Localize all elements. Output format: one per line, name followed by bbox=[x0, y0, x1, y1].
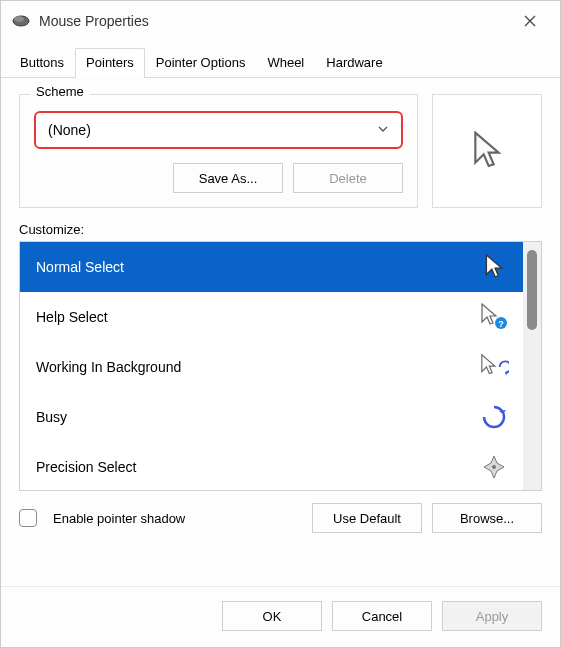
list-item-label: Normal Select bbox=[36, 259, 469, 275]
close-button[interactable] bbox=[508, 6, 552, 36]
use-default-button[interactable]: Use Default bbox=[312, 503, 422, 533]
mouse-icon bbox=[11, 11, 31, 31]
scheme-legend: Scheme bbox=[30, 84, 90, 99]
pointer-listbox[interactable]: Normal Select Help Select ? bbox=[19, 241, 542, 491]
enable-pointer-shadow-checkbox[interactable] bbox=[19, 509, 37, 527]
scheme-combo[interactable]: (None) bbox=[34, 111, 403, 149]
tab-hardware[interactable]: Hardware bbox=[315, 48, 393, 78]
tab-pointers[interactable]: Pointers bbox=[75, 48, 145, 78]
browse-button[interactable]: Browse... bbox=[432, 503, 542, 533]
tab-pointer-options[interactable]: Pointer Options bbox=[145, 48, 257, 78]
tab-buttons[interactable]: Buttons bbox=[9, 48, 75, 78]
pointer-preview bbox=[432, 94, 542, 208]
spinner-cursor-icon bbox=[479, 402, 509, 432]
scrollbar-thumb[interactable] bbox=[527, 250, 537, 330]
arrow-question-cursor-icon: ? bbox=[479, 302, 509, 332]
list-item-label: Working In Background bbox=[36, 359, 469, 375]
cancel-button[interactable]: Cancel bbox=[332, 601, 432, 631]
ok-button[interactable]: OK bbox=[222, 601, 322, 631]
chevron-down-icon bbox=[377, 123, 389, 138]
svg-point-6 bbox=[492, 465, 496, 469]
svg-point-1 bbox=[14, 16, 24, 22]
window-title: Mouse Properties bbox=[39, 13, 508, 29]
list-item[interactable]: Precision Select bbox=[20, 442, 523, 490]
list-item-label: Precision Select bbox=[36, 459, 469, 475]
apply-button[interactable]: Apply bbox=[442, 601, 542, 631]
list-item-label: Busy bbox=[36, 409, 469, 425]
enable-pointer-shadow-label[interactable]: Enable pointer shadow bbox=[53, 511, 302, 526]
list-item[interactable]: Help Select ? bbox=[20, 292, 523, 342]
arrow-cursor-icon bbox=[479, 252, 509, 282]
close-icon bbox=[524, 15, 536, 27]
scheme-group: Scheme (None) Save As... Delete bbox=[19, 94, 418, 208]
listbox-scrollbar[interactable] bbox=[523, 242, 541, 490]
titlebar: Mouse Properties bbox=[1, 1, 560, 41]
arrow-spinner-cursor-icon bbox=[479, 352, 509, 382]
arrow-cursor-icon bbox=[470, 131, 504, 171]
save-as-button[interactable]: Save As... bbox=[173, 163, 283, 193]
tab-content-pointers: Scheme (None) Save As... Delete Customi bbox=[1, 78, 560, 586]
tab-wheel[interactable]: Wheel bbox=[256, 48, 315, 78]
list-item-label: Help Select bbox=[36, 309, 469, 325]
crosshair-cursor-icon bbox=[479, 452, 509, 482]
scheme-selected-text: (None) bbox=[48, 122, 377, 138]
svg-text:?: ? bbox=[498, 319, 504, 329]
list-item[interactable]: Normal Select bbox=[20, 242, 523, 292]
mouse-properties-window: Mouse Properties Buttons Pointers Pointe… bbox=[0, 0, 561, 648]
tab-strip: Buttons Pointers Pointer Options Wheel H… bbox=[1, 41, 560, 78]
dialog-button-row: OK Cancel Apply bbox=[1, 586, 560, 647]
list-item[interactable]: Working In Background bbox=[20, 342, 523, 392]
list-item[interactable]: Busy bbox=[20, 392, 523, 442]
customize-label: Customize: bbox=[19, 222, 542, 237]
delete-button[interactable]: Delete bbox=[293, 163, 403, 193]
